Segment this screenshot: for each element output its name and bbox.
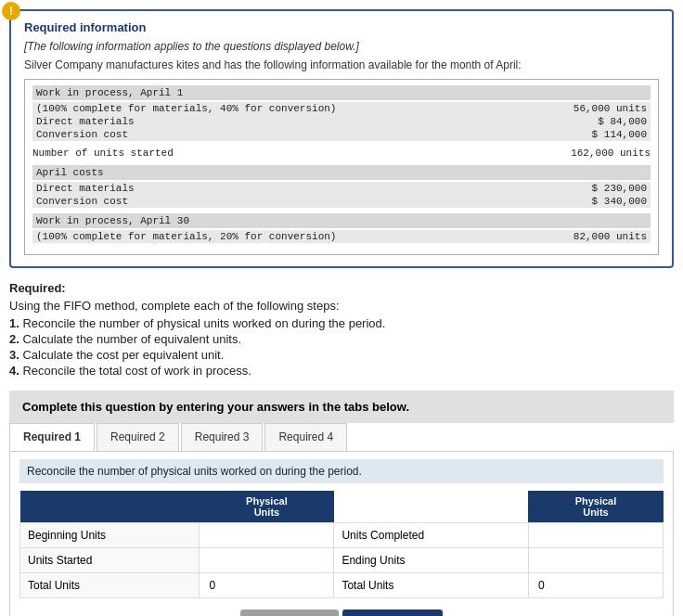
page-container: ! Required information [The following in… bbox=[0, 0, 683, 616]
row2-spacer: Ending Units bbox=[334, 548, 529, 573]
beginning-units-input[interactable] bbox=[207, 527, 326, 544]
units-completed-input[interactable] bbox=[536, 527, 655, 544]
units-started-row: Number of units started 162,000 units bbox=[32, 147, 651, 160]
nav-buttons: ‹ Required 1 Required 2 › bbox=[19, 610, 664, 616]
wip-april1-section: Work in process, April 1 (100% complete … bbox=[32, 85, 651, 141]
info-intro: Silver Company manufactures kites and ha… bbox=[24, 58, 659, 71]
table-header-row: PhysicalUnits PhysicalUnits bbox=[20, 491, 664, 523]
april-costs-section: April costs Direct materials $ 230,000 C… bbox=[32, 165, 651, 208]
step-1: 1. Reconcile the number of physical unit… bbox=[9, 316, 674, 330]
total-units-right-input[interactable] bbox=[536, 577, 655, 594]
april-costs-row1: Direct materials $ 230,000 bbox=[32, 182, 651, 195]
wip-april1-row3: Conversion cost $ 114,000 bbox=[32, 128, 651, 141]
step-4: 4. Reconcile the total cost of work in p… bbox=[9, 364, 674, 378]
prev-button[interactable]: ‹ Required 1 bbox=[240, 610, 339, 616]
row3-left-input[interactable] bbox=[200, 573, 334, 598]
next-button[interactable]: Required 2 › bbox=[342, 610, 444, 616]
table-row: Total Units Total Units bbox=[20, 573, 664, 598]
ending-units-input[interactable] bbox=[536, 552, 655, 569]
required-intro: Using the FIFO method, complete each of … bbox=[9, 299, 674, 313]
question-banner: Complete this question by entering your … bbox=[9, 391, 674, 423]
tab-required3[interactable]: Required 3 bbox=[181, 423, 264, 451]
wip-april1-row1: (100% complete for materials, 40% for co… bbox=[32, 102, 651, 115]
row2-left-label: Units Started bbox=[20, 548, 200, 573]
april-costs-row2: Conversion cost $ 340,000 bbox=[32, 195, 651, 208]
tab-required2[interactable]: Required 2 bbox=[97, 423, 179, 451]
total-units-left-input[interactable] bbox=[207, 577, 326, 594]
col-left-label bbox=[20, 491, 200, 523]
table-row: Units Started Ending Units bbox=[20, 548, 664, 573]
step-3: 3. Calculate the cost per equivalent uni… bbox=[9, 348, 674, 362]
row2-left-input[interactable] bbox=[200, 548, 334, 573]
tabs-container: Required 1 Required 2 Required 3 Require… bbox=[9, 423, 674, 452]
table-row: Beginning Units Units Completed bbox=[20, 523, 664, 548]
wip-april30-section: Work in process, April 30 (100% complete… bbox=[32, 213, 651, 243]
required-section: Required: Using the FIFO method, complet… bbox=[9, 281, 674, 378]
tab-content: Reconcile the number of physical units w… bbox=[9, 452, 674, 616]
wip-april1-header: Work in process, April 1 bbox=[32, 85, 651, 100]
row3-spacer: Total Units bbox=[334, 573, 529, 598]
row1-spacer: Units Completed bbox=[334, 523, 529, 548]
wip-april30-row1: (100% complete for materials, 20% for co… bbox=[32, 230, 651, 243]
units-started-section: Number of units started 162,000 units bbox=[32, 147, 651, 160]
col-spacer-header bbox=[334, 491, 529, 523]
row2-right-input[interactable] bbox=[528, 548, 663, 573]
wip-april30-header: Work in process, April 30 bbox=[32, 213, 651, 228]
col-right-units-header: PhysicalUnits bbox=[528, 491, 663, 523]
info-title: Required information bbox=[24, 20, 659, 34]
required-title: Required: bbox=[9, 281, 674, 295]
data-table: Work in process, April 1 (100% complete … bbox=[24, 79, 659, 255]
info-box: ! Required information [The following in… bbox=[9, 9, 674, 268]
step-2: 2. Calculate the number of equivalent un… bbox=[9, 332, 674, 346]
step-list: 1. Reconcile the number of physical unit… bbox=[9, 316, 674, 378]
row1-right-input[interactable] bbox=[528, 523, 663, 548]
april-costs-header: April costs bbox=[32, 165, 651, 180]
info-icon: ! bbox=[2, 2, 20, 20]
col-left-units-header: PhysicalUnits bbox=[200, 491, 334, 523]
row1-left-input[interactable] bbox=[200, 523, 334, 548]
units-started-input[interactable] bbox=[207, 552, 326, 569]
tab-description: Reconcile the number of physical units w… bbox=[19, 459, 664, 483]
wip-april1-row2: Direct materials $ 84,000 bbox=[32, 115, 651, 128]
units-table: PhysicalUnits PhysicalUnits Beginning Un… bbox=[19, 491, 664, 598]
row3-left-label: Total Units bbox=[20, 573, 200, 598]
tab-required4[interactable]: Required 4 bbox=[264, 423, 347, 451]
row1-left-label: Beginning Units bbox=[20, 523, 200, 548]
info-italic: [The following information applies to th… bbox=[24, 40, 659, 53]
row3-right-input[interactable] bbox=[528, 573, 663, 598]
tab-required1[interactable]: Required 1 bbox=[9, 423, 95, 451]
